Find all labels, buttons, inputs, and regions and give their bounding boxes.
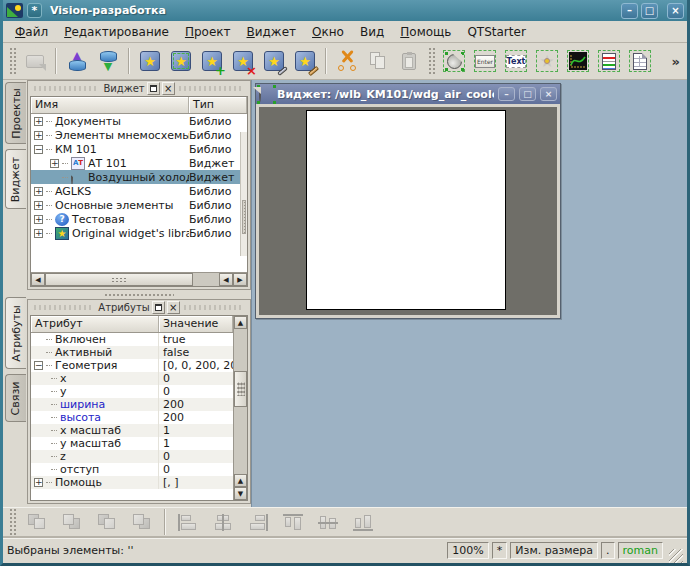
- child-close-button[interactable]: ×: [540, 87, 557, 101]
- minimize-button[interactable]: –: [621, 3, 638, 19]
- attr-row-geometry[interactable]: −Геометрия[0, 0, 200, 200, …: [31, 359, 233, 372]
- delete-widget-button[interactable]: ★×: [228, 46, 258, 76]
- expander[interactable]: −: [34, 361, 43, 370]
- zoom-level[interactable]: 100%: [447, 542, 488, 559]
- child-minimize-button[interactable]: –: [498, 87, 515, 101]
- scrollbar-thumb[interactable]: [234, 371, 247, 407]
- expander[interactable]: +: [34, 229, 43, 238]
- toolbar-handle[interactable]: [9, 508, 16, 536]
- tree-row-air-cooler[interactable]: Воздушный холодил...Виджет: [31, 170, 247, 184]
- toolbar-handle[interactable]: [428, 47, 435, 75]
- column-header-name[interactable]: Имя: [31, 97, 189, 113]
- scroll-up-button[interactable]: ▲: [234, 474, 247, 487]
- document-element-button[interactable]: [625, 46, 655, 76]
- dock-float-button[interactable]: [147, 82, 160, 95]
- toolbar-handle[interactable]: [9, 47, 16, 75]
- dock-close-button[interactable]: ×: [162, 82, 175, 95]
- media-element-button[interactable]: ★: [532, 46, 562, 76]
- widget-edit-button[interactable]: ★: [290, 46, 320, 76]
- attr-row-xscale[interactable]: x масштаб1: [31, 424, 233, 437]
- column-header-value[interactable]: Значение: [159, 316, 233, 332]
- db-save-button[interactable]: ▼: [93, 46, 123, 76]
- attr-row-x[interactable]: x0: [31, 372, 233, 385]
- attr-row-height[interactable]: высота200: [31, 411, 233, 424]
- tree-row-at101[interactable]: +ATАТ 101Виджет: [31, 156, 247, 170]
- diagram-element-button[interactable]: [563, 46, 593, 76]
- dock-close-button[interactable]: ×: [167, 301, 180, 314]
- add-widget-button[interactable]: ★+: [197, 46, 227, 76]
- widget-properties-button[interactable]: ★: [259, 46, 289, 76]
- menu-window[interactable]: Окно: [304, 23, 352, 41]
- resize-grip[interactable]: [669, 549, 683, 563]
- expander[interactable]: +: [34, 478, 43, 487]
- scroll-up-button[interactable]: ▲: [234, 316, 247, 329]
- tab-attributes[interactable]: Атрибуты: [5, 297, 26, 369]
- expander[interactable]: +: [34, 117, 43, 126]
- attributes-vertical-scrollbar[interactable]: ▲ ▲ ▼: [233, 316, 247, 500]
- expander[interactable]: +: [34, 131, 43, 140]
- new-widget-button[interactable]: ★: [135, 46, 165, 76]
- close-button[interactable]: ×: [667, 3, 684, 19]
- tree-vertical-scrollbar[interactable]: [240, 132, 247, 256]
- scrollbar-thumb[interactable]: [45, 273, 193, 286]
- attr-row-y[interactable]: y0: [31, 385, 233, 398]
- expander[interactable]: +: [34, 187, 43, 196]
- text-element-button[interactable]: Text: [501, 46, 531, 76]
- tree-row-km101[interactable]: −КМ 101Библио: [31, 142, 247, 156]
- tree-row-documents[interactable]: +ДокументыБиблио: [31, 114, 247, 128]
- tab-links[interactable]: Связи: [5, 374, 26, 422]
- scrollbar-groove[interactable]: [193, 273, 219, 286]
- tab-widget[interactable]: Виджет: [5, 149, 26, 209]
- tree-row-aglks[interactable]: +AGLKSБиблио: [31, 184, 247, 198]
- expander[interactable]: −: [34, 145, 43, 154]
- titlebar[interactable]: * Vision-разработка – □ ×: [3, 0, 687, 21]
- widget-canvas[interactable]: [306, 110, 506, 310]
- protocol-element-button[interactable]: [594, 46, 624, 76]
- db-load-button[interactable]: ▲: [62, 46, 92, 76]
- attr-row-active[interactable]: Активныйfalse: [31, 346, 233, 359]
- maximize-button[interactable]: □: [641, 3, 658, 19]
- tree-row-original-library[interactable]: +★Original widget's libraryБиблио: [31, 226, 247, 240]
- expander[interactable]: +: [50, 159, 59, 168]
- menu-qtstarter[interactable]: QTStarter: [459, 23, 533, 41]
- expander[interactable]: +: [34, 215, 43, 224]
- dock-float-button[interactable]: [152, 301, 165, 314]
- scroll-right-button[interactable]: ▶: [233, 273, 247, 286]
- attributes-dock-titlebar[interactable]: Атрибуты ×: [28, 300, 250, 315]
- new-container-widget-button[interactable]: ★: [166, 46, 196, 76]
- window-menu-icon[interactable]: *: [27, 3, 42, 18]
- expander[interactable]: +: [34, 201, 43, 210]
- toolbar-overflow-button[interactable]: »: [668, 54, 684, 69]
- tree-row-mnemo-elements[interactable]: +Элементы мнемосхемыБиблио: [31, 128, 247, 142]
- child-maximize-button[interactable]: □: [519, 87, 536, 101]
- attr-row-yscale[interactable]: y масштаб1: [31, 437, 233, 450]
- scrollbar-thumb[interactable]: [242, 200, 246, 234]
- column-header-attribute[interactable]: Атрибут: [31, 316, 159, 332]
- attr-row-margin[interactable]: отступ0: [31, 463, 233, 476]
- widget-edit-window[interactable]: Виджет: /wlb_KM101/wdg_air_cooler – □ ×: [255, 83, 561, 319]
- attr-row-width[interactable]: ширина200: [31, 398, 233, 411]
- tree-horizontal-scrollbar[interactable]: ◀ ◀ ▶: [31, 272, 247, 286]
- tab-projects[interactable]: Проекты: [5, 82, 26, 144]
- child-window-titlebar[interactable]: Виджет: /wlb_KM101/wdg_air_cooler – □ ×: [256, 84, 560, 104]
- dock-splitter[interactable]: [27, 290, 251, 299]
- scroll-left-button[interactable]: ◀: [31, 273, 45, 286]
- scroll-down-button[interactable]: ▼: [234, 487, 247, 500]
- current-user[interactable]: roman: [618, 542, 663, 559]
- scroll-left-button[interactable]: ◀: [219, 273, 233, 286]
- tree-row-test[interactable]: +?ТестоваяБиблио: [31, 212, 247, 226]
- elfig-button[interactable]: [439, 46, 469, 76]
- cut-button[interactable]: [332, 46, 362, 76]
- form-element-button[interactable]: Enter: [470, 46, 500, 76]
- menu-help[interactable]: Помощь: [392, 23, 459, 41]
- attr-row-enabled[interactable]: Включенtrue: [31, 333, 233, 346]
- widget-dock-titlebar[interactable]: Виджет ×: [28, 81, 250, 96]
- menu-project[interactable]: Проект: [177, 23, 239, 41]
- edit-mode-status[interactable]: Изм. размера: [510, 542, 598, 559]
- attr-row-help[interactable]: +Помощь[, ]: [31, 476, 233, 489]
- scrollbar-groove[interactable]: [234, 407, 247, 474]
- menu-view[interactable]: Вид: [352, 23, 392, 41]
- column-header-type[interactable]: Тип: [189, 97, 247, 113]
- menu-file[interactable]: Файл: [7, 23, 56, 41]
- attr-row-z[interactable]: z0: [31, 450, 233, 463]
